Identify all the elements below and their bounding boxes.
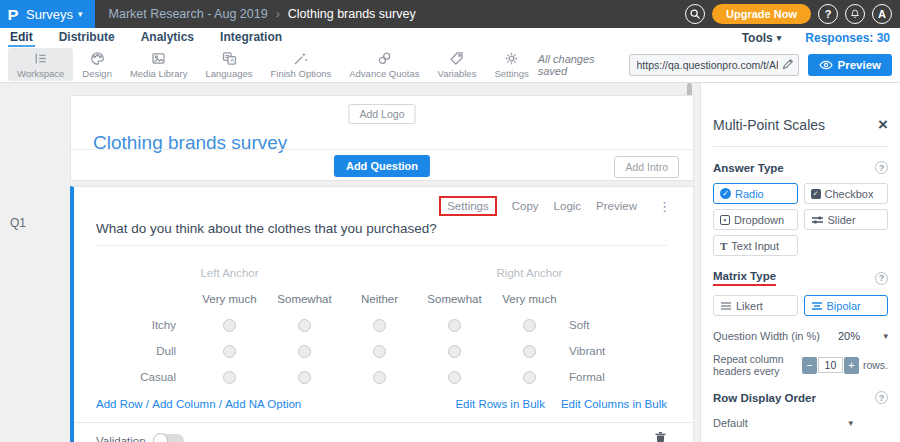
matrix-type-options: Likert Bipolar [713,295,888,316]
help-icon[interactable]: ? [875,272,888,285]
answer-type-dropdown[interactable]: ▾ Dropdown [713,209,798,230]
more-options-icon[interactable]: ⋮ [658,199,671,214]
add-column-link[interactable]: Add Column [152,398,215,410]
matrix-radio[interactable] [298,345,311,358]
add-intro-button[interactable]: Add Intro [614,156,679,178]
responses-count[interactable]: Responses: 30 [805,31,890,45]
matrix-radio[interactable] [448,371,461,384]
answer-type-checkbox[interactable]: ✓ Checkbox [804,183,889,204]
left-anchor-label: Left Anchor [192,260,267,286]
tab-analytics[interactable]: Analytics [139,28,196,47]
column-header[interactable]: Very much [192,286,267,312]
add-logo-button[interactable]: Add Logo [349,104,416,124]
breadcrumb-parent[interactable]: Market Research - Aug 2019 [109,7,268,21]
search-button[interactable] [685,4,705,24]
toolbar-item-variables[interactable]: Variables [429,48,486,81]
matrix-radio[interactable] [523,345,536,358]
bulk-edit-links: Edit Rows in Bulk Edit Columns in Bulk [455,398,667,410]
preview-button[interactable]: Preview [808,54,892,76]
tools-menu[interactable]: Tools ▾ [742,31,782,45]
questionpro-logo-icon: P [7,6,18,23]
matrix-radio[interactable] [223,345,236,358]
chevron-down-icon[interactable]: ▾ [883,331,888,341]
matrix-column-headers: Very much Somewhat Neither Somewhat Very… [96,286,669,312]
matrix-radio[interactable] [223,371,236,384]
survey-url-input[interactable] [629,54,799,76]
column-header[interactable]: Neither [342,286,417,312]
column-header[interactable]: Somewhat [267,286,342,312]
app-logo-area[interactable]: P Surveys ▾ [0,0,95,28]
toolbar-item-workspace[interactable]: Workspace [8,48,73,81]
row-right-label[interactable]: Soft [567,312,669,338]
matrix-radio[interactable] [373,371,386,384]
radio-check-icon: ✓ [720,188,731,199]
text-input-icon: T [720,240,727,252]
column-header[interactable]: Somewhat [417,286,492,312]
dropdown-icon: ▾ [720,215,730,225]
row-left-label[interactable]: Itchy [96,312,192,338]
search-icon [689,8,701,20]
row-display-order-select[interactable]: Default ▾ [713,417,853,429]
toolbar-item-media-library[interactable]: Media Library [121,48,197,81]
help-icon[interactable]: ? [875,161,888,174]
toolbar-item-languages[interactable]: A Languages [196,48,261,81]
add-row-link[interactable]: Add Row [96,398,143,410]
surveys-menu[interactable]: Surveys ▾ [26,7,83,22]
decrement-button[interactable]: − [802,357,817,374]
trash-icon [654,431,667,442]
matrix-radio[interactable] [298,319,311,332]
tab-edit[interactable]: Edit [8,28,35,47]
question-number-label: Q1 [10,216,26,230]
matrix-type-likert[interactable]: Likert [713,295,798,316]
column-header[interactable]: Very much [492,286,567,312]
question-copy-link[interactable]: Copy [512,200,539,212]
help-icon[interactable]: ? [875,391,888,404]
close-icon[interactable]: × [878,119,888,131]
tab-distribute[interactable]: Distribute [57,28,117,47]
account-avatar[interactable]: A [872,4,892,24]
row-right-label[interactable]: Formal [567,364,669,390]
matrix-radio[interactable] [373,319,386,332]
delete-question-button[interactable] [654,431,667,442]
survey-canvas: Add Logo Clothing brands survey Add Ques… [70,95,694,442]
matrix-radio[interactable] [523,371,536,384]
matrix-row: Casual Formal [96,364,669,390]
row-right-label[interactable]: Vibrant [567,338,669,364]
matrix-type-bipolar[interactable]: Bipolar [804,295,889,316]
row-display-section-head: Row Display Order ? [713,391,888,404]
matrix-radio[interactable] [373,345,386,358]
question-text[interactable]: What do you think about the clothes that… [96,221,667,246]
answer-type-slider[interactable]: Slider [804,209,889,230]
tab-integration[interactable]: Integration [218,28,284,47]
question-width-value[interactable]: 20% [838,330,860,342]
add-na-option-link[interactable]: Add NA Option [225,398,301,410]
answer-type-text-input[interactable]: T Text Input [713,235,798,256]
edit-rows-in-bulk-link[interactable]: Edit Rows in Bulk [455,398,544,410]
help-button[interactable]: ? [818,4,838,24]
matrix-radio[interactable] [223,319,236,332]
edit-columns-in-bulk-link[interactable]: Edit Columns in Bulk [561,398,667,410]
row-left-label[interactable]: Dull [96,338,192,364]
bipolar-icon [811,301,823,311]
toolbar-item-settings[interactable]: Settings [485,48,537,81]
matrix-radio[interactable] [298,371,311,384]
toolbar-item-design[interactable]: Design [73,48,121,81]
edit-url-pencil-icon[interactable] [781,57,795,75]
notifications-button[interactable] [845,4,865,24]
matrix-radio[interactable] [448,319,461,332]
matrix-radio[interactable] [523,319,536,332]
question-logic-link[interactable]: Logic [554,200,582,212]
validation-toggle[interactable] [154,434,184,442]
row-left-label[interactable]: Casual [96,364,192,390]
answer-type-radio[interactable]: ✓ Radio [713,183,798,204]
question-settings-link[interactable]: Settings [439,196,497,216]
toolbar-item-advance-quotas[interactable]: Advance Quotas [340,48,428,81]
increment-button[interactable]: + [844,357,859,374]
toolbar-item-finish-options[interactable]: Finish Options [262,48,341,81]
upgrade-now-button[interactable]: Upgrade Now [712,4,811,24]
languages-icon: A [221,50,238,67]
add-question-button[interactable]: Add Question [334,155,430,177]
question-preview-link[interactable]: Preview [596,200,637,212]
repeat-headers-input[interactable] [818,357,843,373]
matrix-radio[interactable] [448,345,461,358]
